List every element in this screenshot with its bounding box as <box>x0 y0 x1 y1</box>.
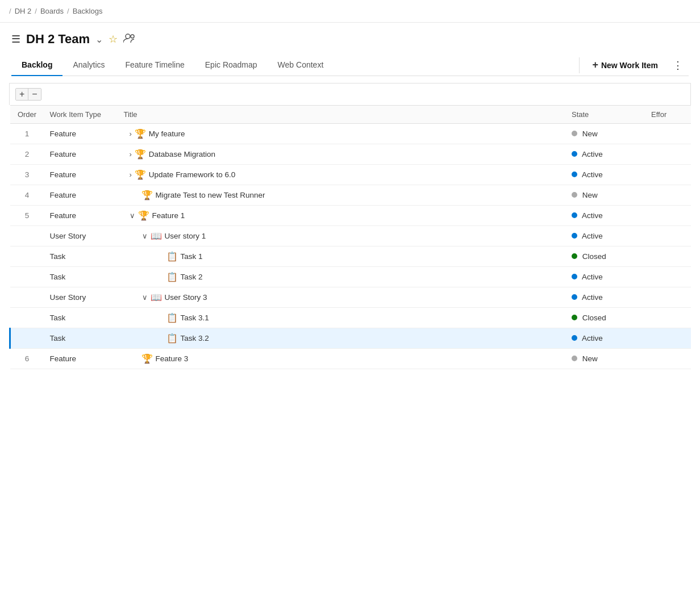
item-title: Update Framework to 6.0 <box>149 170 235 179</box>
table-row[interactable]: 4 Feature 🏆 Migrate Test to new Test Run… <box>10 185 691 206</box>
expand-collapse-group: + − <box>15 88 41 101</box>
column-title: Title <box>118 106 566 124</box>
state-cell: New <box>566 349 645 369</box>
effort-cell <box>645 165 691 185</box>
more-options-button[interactable]: ⋮ <box>667 56 689 75</box>
order-cell: 3 <box>10 165 44 185</box>
state-label: Active <box>582 273 603 281</box>
breadcrumb-dh2[interactable]: DH 2 <box>15 7 32 15</box>
tab-analytics[interactable]: Analytics <box>63 55 115 76</box>
title-cell[interactable]: 📋 Task 2 <box>118 267 566 287</box>
state-label: Active <box>582 170 603 179</box>
table-row[interactable]: Task 📋 Task 3.1 Closed <box>10 308 691 328</box>
tab-bar: Backlog Analytics Feature Timeline Epic … <box>11 55 689 76</box>
expand-down-icon[interactable]: ∨ <box>142 293 148 302</box>
type-cell: Task <box>44 308 118 328</box>
hamburger-icon[interactable]: ☰ <box>11 33 20 45</box>
expand-right-icon[interactable]: › <box>130 150 132 158</box>
effort-cell <box>645 185 691 206</box>
column-effort: Effor <box>645 106 691 124</box>
title-cell[interactable]: 🏆 Migrate Test to new Test Runner <box>118 185 566 206</box>
state-label: Active <box>582 232 603 240</box>
table-row[interactable]: 2 Feature › 🏆 Database Migration Active <box>10 144 691 165</box>
team-name: DH 2 Team <box>26 32 90 47</box>
task-icon: 📋 <box>166 312 178 323</box>
table-row[interactable]: Task 📋 Task 1 Closed <box>10 246 691 267</box>
expand-down-icon[interactable]: ∨ <box>130 211 135 220</box>
state-label: New <box>582 354 598 363</box>
item-title: My feature <box>149 129 185 138</box>
type-cell: Feature <box>44 124 118 144</box>
team-title-row: ☰ DH 2 Team ⌄ ☆ <box>11 32 689 47</box>
state-label: Closed <box>582 314 606 322</box>
people-icon[interactable] <box>123 33 136 46</box>
trophy-icon: 🏆 <box>135 169 146 180</box>
trophy-icon: 🏆 <box>141 353 153 364</box>
state-dot <box>572 233 577 239</box>
table-row[interactable]: User Story ∨ 📖 User Story 3 Active <box>10 287 691 308</box>
tab-epic-roadmap[interactable]: Epic Roadmap <box>195 55 268 76</box>
star-icon[interactable]: ☆ <box>109 33 118 45</box>
title-cell[interactable]: 📋 Task 3.2 <box>118 328 566 349</box>
effort-cell <box>645 246 691 267</box>
expand-down-icon[interactable]: ∨ <box>142 232 148 240</box>
breadcrumb-backlogs[interactable]: Backlogs <box>73 7 103 15</box>
trophy-icon: 🏆 <box>141 190 153 200</box>
type-cell: Feature <box>44 144 118 165</box>
expand-right-icon[interactable]: › <box>130 170 132 179</box>
type-cell: User Story <box>44 287 118 308</box>
table-row[interactable]: 6 Feature 🏆 Feature 3 New <box>10 349 691 369</box>
state-cell: Active <box>566 267 645 287</box>
state-cell: Active <box>566 144 645 165</box>
state-cell: Closed <box>566 308 645 328</box>
breadcrumb-boards[interactable]: Boards <box>40 7 64 15</box>
plus-icon: + <box>592 59 598 71</box>
item-title: Task 3.1 <box>181 314 209 322</box>
table-row[interactable]: 1 Feature › 🏆 My feature New <box>10 124 691 144</box>
effort-cell <box>645 206 691 226</box>
tab-backlog[interactable]: Backlog <box>11 55 63 76</box>
type-cell: Feature <box>44 206 118 226</box>
breadcrumb-sep-2: / <box>67 7 69 15</box>
table-row[interactable]: 3 Feature › 🏆 Update Framework to 6.0 Ac… <box>10 165 691 185</box>
title-cell[interactable]: ∨ 🏆 Feature 1 <box>118 206 566 226</box>
state-cell: New <box>566 185 645 206</box>
item-title: Database Migration <box>149 150 215 158</box>
type-cell: Feature <box>44 349 118 369</box>
tab-feature-timeline[interactable]: Feature Timeline <box>115 55 195 76</box>
collapse-all-button[interactable]: − <box>28 89 40 100</box>
task-icon: 📋 <box>166 271 178 282</box>
effort-cell <box>645 308 691 328</box>
title-cell[interactable]: 📋 Task 1 <box>118 246 566 267</box>
type-cell: Task <box>44 246 118 267</box>
title-cell[interactable]: › 🏆 Database Migration <box>118 144 566 165</box>
state-cell: Active <box>566 226 645 246</box>
table-row[interactable]: Task 📋 Task 3.2 Active <box>10 328 691 349</box>
item-title: User story 1 <box>165 232 206 240</box>
state-dot <box>572 192 577 198</box>
chevron-down-icon[interactable]: ⌄ <box>95 34 103 45</box>
title-cell[interactable]: › 🏆 Update Framework to 6.0 <box>118 165 566 185</box>
title-cell[interactable]: 🏆 Feature 3 <box>118 349 566 369</box>
effort-cell <box>645 328 691 349</box>
title-cell[interactable]: 📋 Task 3.1 <box>118 308 566 328</box>
title-cell[interactable]: › 🏆 My feature <box>118 124 566 144</box>
state-dot <box>572 335 577 341</box>
expand-right-icon[interactable]: › <box>130 129 132 138</box>
state-label: Active <box>582 293 603 302</box>
trophy-icon: 🏆 <box>135 149 146 160</box>
table-row[interactable]: 5 Feature ∨ 🏆 Feature 1 Active <box>10 206 691 226</box>
table-header-row: Order Work Item Type Title State Effor <box>10 106 691 124</box>
tab-web-context[interactable]: Web Context <box>268 55 334 76</box>
column-state: State <box>566 106 645 124</box>
backlog-table: Order Work Item Type Title State Effor 1… <box>9 105 691 369</box>
title-cell[interactable]: ∨ 📖 User story 1 <box>118 226 566 246</box>
table-row[interactable]: User Story ∨ 📖 User story 1 Active <box>10 226 691 246</box>
table-row[interactable]: Task 📋 Task 2 Active <box>10 267 691 287</box>
expand-all-button[interactable]: + <box>16 89 28 100</box>
order-cell <box>10 267 44 287</box>
new-work-item-label: New Work Item <box>601 61 658 70</box>
title-cell[interactable]: ∨ 📖 User Story 3 <box>118 287 566 308</box>
state-dot <box>572 356 577 361</box>
new-work-item-button[interactable]: + New Work Item <box>584 56 666 74</box>
